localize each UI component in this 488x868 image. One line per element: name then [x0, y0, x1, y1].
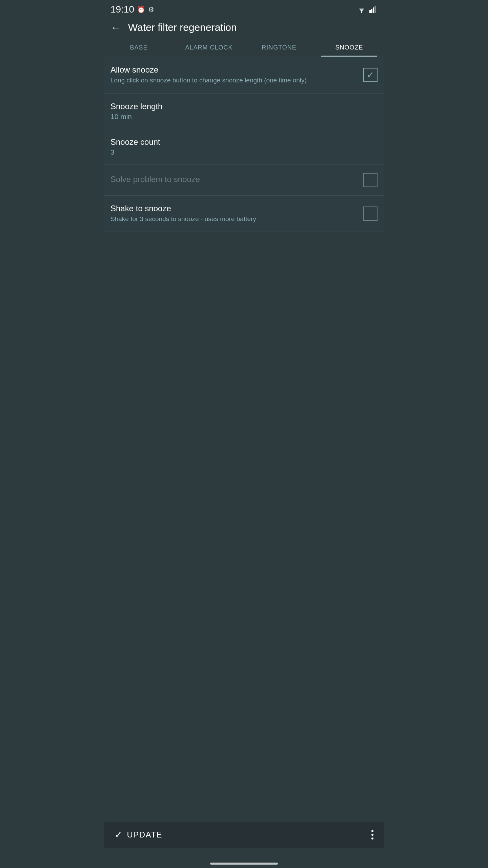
alarm-status-icon: ⏰ — [137, 5, 145, 14]
toolbar: ← Water filter regeneration — [104, 18, 384, 37]
setting-desc-allow-snooze: Long click on snooze button to change sn… — [110, 76, 358, 85]
setting-item-snooze-length[interactable]: Snooze length10 min — [104, 94, 384, 129]
setting-label-solve-problem: Solve problem to snooze — [110, 175, 358, 184]
setting-label-shake-to-snooze: Shake to snooze — [110, 204, 358, 213]
back-button[interactable]: ← — [110, 22, 121, 33]
setting-item-snooze-count[interactable]: Snooze count3 — [104, 129, 384, 165]
checkbox-solve-problem[interactable] — [363, 173, 378, 187]
svg-rect-2 — [371, 9, 372, 13]
setting-item-solve-problem[interactable]: Solve problem to snooze — [104, 165, 384, 196]
status-right — [357, 6, 378, 13]
setting-value-snooze-count: 3 — [110, 148, 372, 156]
checkbox-allow-snooze[interactable]: ✓ — [363, 68, 378, 82]
setting-text-allow-snooze: Allow snoozeLong click on snooze button … — [110, 65, 363, 85]
tab-snooze[interactable]: SNOOZE — [314, 37, 384, 57]
tab-ringtone[interactable]: RINGTONE — [244, 37, 314, 57]
tabs-container: BASEALARM CLOCKRINGTONESNOOZE — [104, 37, 384, 57]
checkbox-shake-to-snooze[interactable] — [363, 206, 378, 221]
page-title: Water filter regeneration — [128, 22, 237, 33]
status-bar: 19:10 ⏰ ⚙ — [104, 0, 384, 18]
status-left: 19:10 ⏰ ⚙ — [110, 4, 154, 15]
setting-item-shake-to-snooze[interactable]: Shake to snoozeShake for 3 seconds to sn… — [104, 196, 384, 232]
setting-text-shake-to-snooze: Shake to snoozeShake for 3 seconds to sn… — [110, 204, 363, 224]
status-time: 19:10 — [110, 4, 134, 15]
settings-content: Allow snoozeLong click on snooze button … — [104, 57, 384, 232]
setting-label-snooze-length: Snooze length — [110, 102, 372, 111]
setting-desc-shake-to-snooze: Shake for 3 seconds to snooze - uses mor… — [110, 215, 358, 224]
setting-value-snooze-length: 10 min — [110, 113, 372, 121]
svg-rect-1 — [369, 10, 371, 13]
settings-status-icon: ⚙ — [148, 5, 154, 14]
svg-rect-3 — [373, 7, 374, 13]
tab-base[interactable]: BASE — [104, 37, 174, 57]
setting-label-allow-snooze: Allow snooze — [110, 65, 358, 75]
setting-text-solve-problem: Solve problem to snooze — [110, 175, 363, 185]
signal-icon — [369, 6, 378, 13]
setting-text-snooze-length: Snooze length10 min — [110, 102, 378, 121]
setting-item-allow-snooze[interactable]: Allow snoozeLong click on snooze button … — [104, 57, 384, 94]
setting-label-snooze-count: Snooze count — [110, 137, 372, 147]
setting-text-snooze-count: Snooze count3 — [110, 137, 378, 156]
svg-rect-4 — [374, 6, 376, 13]
svg-point-0 — [361, 12, 362, 13]
tab-alarm-clock[interactable]: ALARM CLOCK — [174, 37, 244, 57]
checkbox-check-allow-snooze: ✓ — [367, 71, 374, 79]
wifi-icon — [357, 6, 367, 13]
